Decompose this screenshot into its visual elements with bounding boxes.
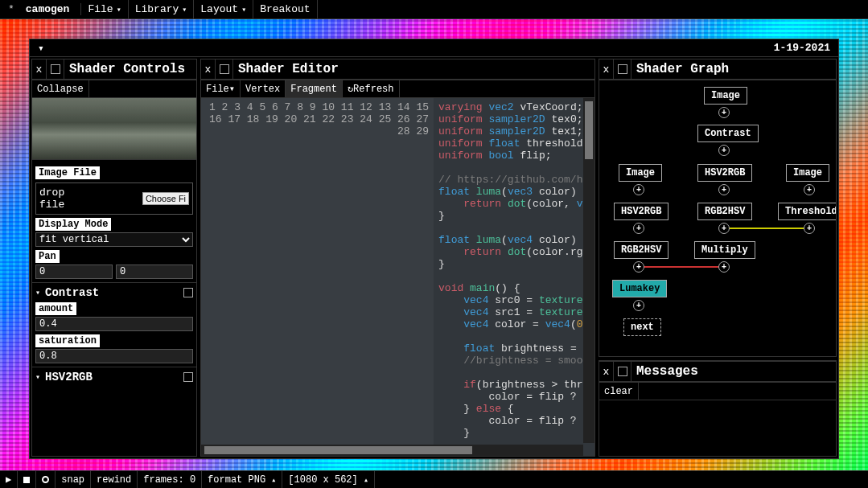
workspace: ▾ 1-19-2021 x Shader Controls Collapse I… <box>29 39 839 459</box>
pan-x-input[interactable] <box>35 265 113 279</box>
panel-shader-editor: x Shader Editor File ▾ Vertex Fragment ↻… <box>200 59 595 457</box>
amount-label: amount <box>35 302 76 315</box>
panel-messages: x Messages clear <box>599 360 837 457</box>
top-menubar: * camogen File▾ Library▾ Layout▾ Breakou… <box>0 0 868 19</box>
graph-node-image[interactable]: Image <box>704 87 747 105</box>
record-button[interactable] <box>36 471 56 488</box>
image-file-label: Image File <box>35 166 100 179</box>
dimensions-display[interactable]: [1080 x 562] ▴ <box>282 471 375 488</box>
panel-shader-controls: x Shader Controls Collapse Image File dr… <box>31 59 197 457</box>
panel-checkbox[interactable] <box>216 59 233 79</box>
graph-node-hsv2rgb[interactable]: HSV2RGB <box>697 164 752 182</box>
close-icon[interactable]: x <box>201 59 216 79</box>
shader-graph-canvas[interactable]: Image Contrast Image HSV2RGB Image HSV2R… <box>599 80 836 356</box>
panel-title: Shader Editor <box>233 62 343 76</box>
record-icon <box>42 476 49 483</box>
contrast-title: Contrast <box>45 286 99 299</box>
graph-node-lumakey[interactable]: Lumakey <box>612 280 667 297</box>
bottom-toolbar: ▶ snap rewind frames: 0 format PNG ▴ [10… <box>0 470 868 488</box>
hsv-checkbox[interactable] <box>183 372 193 382</box>
panel-shader-graph: x Shader Graph Image Contrast Image HSV2… <box>599 59 837 357</box>
code-editor[interactable]: 1 2 3 4 5 6 7 8 9 10 11 12 13 14 15 16 1… <box>201 98 594 456</box>
graph-port[interactable] <box>633 184 644 195</box>
pan-y-input[interactable] <box>116 265 193 279</box>
hsv-title: HSV2RGB <box>45 371 93 383</box>
chevron-down-icon[interactable]: ▾ <box>35 288 40 297</box>
graph-port[interactable] <box>718 184 730 195</box>
display-mode-select[interactable]: fit vertical <box>35 232 193 247</box>
image-thumbnail <box>32 98 196 159</box>
tab-fragment[interactable]: Fragment <box>286 80 343 97</box>
refresh-button[interactable]: ↻ Refresh <box>343 80 400 97</box>
clear-button[interactable]: clear <box>599 383 639 400</box>
graph-port[interactable] <box>718 261 730 273</box>
chevron-up-icon: ▴ <box>364 475 368 485</box>
workspace-date: 1-19-2021 <box>766 42 838 54</box>
menu-file[interactable]: File▾ <box>81 0 128 18</box>
graph-node-rgb2hsv[interactable]: RGB2HSV <box>614 241 668 259</box>
stop-icon <box>23 477 30 483</box>
graph-port[interactable] <box>718 223 730 234</box>
tab-vertex[interactable]: Vertex <box>241 80 286 97</box>
panel-title: Shader Graph <box>631 62 734 76</box>
scrollbar-horizontal[interactable] <box>201 445 583 456</box>
graph-port[interactable] <box>718 145 730 156</box>
format-button[interactable]: format PNG ▴ <box>202 471 282 488</box>
saturation-input[interactable] <box>35 349 193 363</box>
close-icon[interactable]: x <box>32 59 47 79</box>
messages-body <box>599 400 836 456</box>
graph-port[interactable] <box>804 184 815 195</box>
close-icon[interactable]: x <box>599 59 614 79</box>
pan-label: Pan <box>35 250 60 263</box>
graph-node-contrast[interactable]: Contrast <box>697 125 759 142</box>
graph-node-rgb2hsv[interactable]: RGB2HSV <box>697 203 752 220</box>
panel-checkbox[interactable] <box>614 59 631 79</box>
saturation-label: saturation <box>35 334 100 347</box>
close-icon[interactable]: x <box>599 362 614 381</box>
menu-breakout[interactable]: Breakout <box>253 0 317 18</box>
play-icon: ▶ <box>6 474 11 486</box>
amount-input[interactable] <box>35 317 193 331</box>
panel-title: Messages <box>631 364 703 379</box>
play-button[interactable]: ▶ <box>0 471 18 488</box>
graph-node-hsv2rgb[interactable]: HSV2RGB <box>614 203 668 220</box>
graph-node-multiply[interactable]: Multiply <box>694 241 755 259</box>
panel-title: Shader Controls <box>64 62 190 76</box>
graph-port[interactable] <box>718 107 730 118</box>
graph-node-image[interactable]: Image <box>786 164 829 182</box>
scrollbar-vertical[interactable] <box>583 98 594 443</box>
chevron-up-icon: ▴ <box>271 475 276 485</box>
panel-checkbox[interactable] <box>47 59 64 79</box>
graph-port[interactable] <box>804 223 815 234</box>
contrast-checkbox[interactable] <box>183 288 193 297</box>
graph-port[interactable] <box>633 300 644 311</box>
graph-port[interactable] <box>633 223 644 234</box>
graph-edge <box>644 266 718 268</box>
stop-button[interactable] <box>18 471 36 488</box>
collapse-button[interactable]: Collapse <box>32 80 89 97</box>
display-mode-label: Display Mode <box>35 218 111 231</box>
choose-file-button[interactable]: Choose Fi <box>142 192 189 205</box>
rewind-button[interactable]: rewind <box>91 471 138 488</box>
code-area[interactable]: varying vec2 vTexCoord; uniform sampler2… <box>434 98 594 456</box>
chevron-down-icon[interactable]: ▾ <box>30 42 52 55</box>
graph-node-image[interactable]: Image <box>619 164 662 182</box>
asterisk-icon: * <box>0 3 23 15</box>
menu-library[interactable]: Library▾ <box>129 0 195 18</box>
frames-display: frames: 0 <box>138 471 202 488</box>
chevron-down-icon: ▾ <box>117 5 121 14</box>
panel-checkbox[interactable] <box>614 362 631 381</box>
menu-layout[interactable]: Layout▾ <box>194 0 253 18</box>
workspace-titlebar: ▾ 1-19-2021 <box>30 39 838 57</box>
graph-port[interactable] <box>633 261 644 273</box>
refresh-icon: ↻ <box>348 83 353 95</box>
editor-file-menu[interactable]: File ▾ <box>201 80 241 97</box>
graph-edge <box>730 228 804 229</box>
drop-zone[interactable]: drop file Choose Fi <box>35 182 193 215</box>
line-gutter: 1 2 3 4 5 6 7 8 9 10 11 12 13 14 15 16 1… <box>201 98 434 456</box>
graph-node-threshold[interactable]: Threshold <box>778 203 836 220</box>
graph-node-next[interactable]: next <box>623 318 661 336</box>
app-brand: camogen <box>23 3 82 15</box>
snap-button[interactable]: snap <box>56 471 91 488</box>
chevron-down-icon[interactable]: ▾ <box>35 372 40 382</box>
